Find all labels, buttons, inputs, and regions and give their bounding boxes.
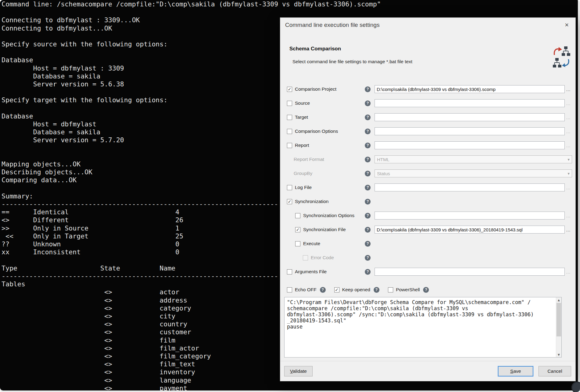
help-icon[interactable]: ? [365, 269, 371, 275]
synchronization-file-input[interactable] [375, 226, 565, 234]
dialog-footer: Validate Save Cancel [280, 361, 575, 381]
comparison-options-input[interactable] [375, 127, 565, 135]
export-schema-icon [552, 46, 571, 57]
dialog-title: Command line execution file settings [285, 22, 379, 28]
row-source: Source ? … [287, 96, 572, 110]
error-code-label: Error Code [311, 255, 334, 260]
help-icon[interactable]: ? [365, 157, 371, 162]
row-report: Report ? … [287, 138, 572, 152]
comparison-options-browse-button[interactable]: … [565, 129, 572, 134]
arguments-file-label[interactable]: Arguments File [295, 269, 327, 274]
checkmark-icon: ✓ [288, 87, 292, 91]
help-icon[interactable]: ? [320, 287, 326, 293]
arguments-file-checkbox[interactable] [287, 269, 292, 274]
help-icon[interactable]: ? [423, 287, 429, 293]
target-browse-button[interactable]: … [565, 115, 572, 120]
row-execute: Execute ? [287, 237, 572, 251]
scroll-up-icon[interactable]: ▲ [556, 297, 561, 303]
synchronization-options-browse-button[interactable]: … [565, 213, 572, 218]
report-input[interactable] [375, 141, 565, 149]
target-label[interactable]: Target [295, 114, 308, 120]
report-label[interactable]: Report [295, 143, 309, 148]
help-icon[interactable]: ? [365, 143, 371, 148]
arguments-file-browse-button[interactable]: … [565, 269, 572, 274]
synchronization-options-checkbox[interactable] [295, 213, 300, 218]
log-file-input[interactable] [375, 183, 565, 191]
validate-button[interactable]: Validate [284, 366, 313, 376]
help-icon[interactable]: ? [365, 227, 371, 233]
row-synchronization: ✓ Synchronization ? [287, 194, 572, 209]
row-groupby: GroupBy ? Status ▾ [287, 166, 572, 180]
bat-file-text[interactable]: "C:\Program Files\Devart\dbForge Schema … [285, 297, 561, 357]
help-icon[interactable]: ? [365, 171, 371, 176]
keep-opened-checkbox[interactable]: ✓ [334, 287, 339, 292]
synchronization-file-browse-button[interactable]: … [565, 227, 572, 232]
help-icon[interactable]: ? [365, 86, 371, 92]
row-target: Target ? … [287, 110, 572, 124]
cancel-button[interactable]: Cancel [538, 366, 571, 376]
help-icon[interactable]: ? [365, 199, 371, 205]
help-icon[interactable]: ? [365, 129, 371, 134]
source-checkbox[interactable] [287, 101, 292, 106]
row-synchronization-options: Synchronization Options ? … [287, 209, 572, 223]
help-icon[interactable]: ? [365, 100, 371, 106]
keep-opened-label[interactable]: Keep opened [342, 287, 370, 292]
help-icon[interactable]: ? [365, 213, 371, 219]
help-icon[interactable]: ? [365, 241, 371, 247]
log-file-label[interactable]: Log File [295, 185, 312, 190]
log-file-checkbox[interactable] [287, 185, 292, 190]
synchronization-options-input[interactable] [375, 212, 565, 220]
echo-off-label[interactable]: Echo OFF [295, 287, 317, 292]
help-icon[interactable]: ? [365, 185, 371, 191]
dialog-header: Schema Comparison Select command line fi… [280, 32, 575, 64]
close-icon[interactable]: × [563, 21, 571, 29]
help-icon[interactable]: ? [365, 255, 371, 261]
synchronization-file-checkbox[interactable]: ✓ [295, 227, 300, 232]
powershell-checkbox[interactable] [388, 287, 393, 292]
row-synchronization-file: ✓ Synchronization File ? … [287, 223, 572, 237]
powershell-option: PowerShell ? [388, 287, 429, 293]
comparison-options-label[interactable]: Comparison Options [295, 129, 338, 134]
report-checkbox[interactable] [287, 143, 292, 148]
powershell-label[interactable]: PowerShell [396, 287, 420, 292]
execute-checkbox[interactable] [295, 241, 300, 246]
checkmark-icon: ✓ [335, 288, 339, 292]
echo-off-option: Echo OFF ? [287, 287, 326, 293]
row-report-format: Report Format ? HTML ▾ [287, 152, 572, 166]
row-log-file: Log File ? … [287, 180, 572, 194]
arguments-file-input[interactable] [375, 268, 565, 276]
groupby-label: GroupBy [294, 171, 312, 176]
checkmark-icon: ✓ [288, 199, 292, 204]
synchronization-file-label[interactable]: Synchronization File [303, 227, 346, 232]
save-button[interactable]: Save [498, 366, 533, 376]
target-checkbox[interactable] [287, 115, 292, 120]
scroll-down-icon[interactable]: ▼ [556, 352, 561, 357]
scrollbar-thumb[interactable] [556, 303, 561, 336]
row-comparison-project: ✓ Comparison Project ? … [287, 82, 572, 96]
comparison-project-checkbox[interactable]: ✓ [287, 87, 292, 92]
row-error-code: Error Code ? [287, 251, 572, 265]
target-input[interactable] [375, 113, 565, 121]
comparison-project-browse-button[interactable]: … [565, 87, 572, 92]
echo-off-checkbox[interactable] [287, 287, 292, 292]
comparison-project-input[interactable] [375, 85, 565, 93]
bat-file-text-box: "C:\Program Files\Devart\dbForge Schema … [284, 297, 562, 358]
chevron-down-icon: ▾ [567, 171, 570, 176]
help-icon[interactable]: ? [365, 114, 371, 120]
comparison-options-checkbox[interactable] [287, 129, 292, 134]
chevron-down-icon: ▾ [567, 157, 570, 162]
source-label[interactable]: Source [295, 100, 310, 106]
log-file-browse-button[interactable]: … [565, 185, 572, 190]
scrollbar[interactable]: ▲ ▼ [556, 297, 561, 357]
help-icon[interactable]: ? [374, 287, 379, 293]
report-browse-button[interactable]: … [565, 143, 572, 148]
report-format-value: HTML [377, 157, 390, 162]
source-browse-button[interactable]: … [565, 101, 572, 106]
execute-label[interactable]: Execute [303, 241, 320, 246]
source-input[interactable] [375, 99, 565, 107]
synchronization-label[interactable]: Synchronization [295, 199, 328, 204]
synchronization-checkbox[interactable]: ✓ [287, 199, 292, 204]
comparison-project-label[interactable]: Comparison Project [295, 86, 336, 92]
dialog-titlebar[interactable]: Command line execution file settings × [280, 18, 575, 32]
synchronization-options-label[interactable]: Synchronization Options [303, 213, 354, 218]
